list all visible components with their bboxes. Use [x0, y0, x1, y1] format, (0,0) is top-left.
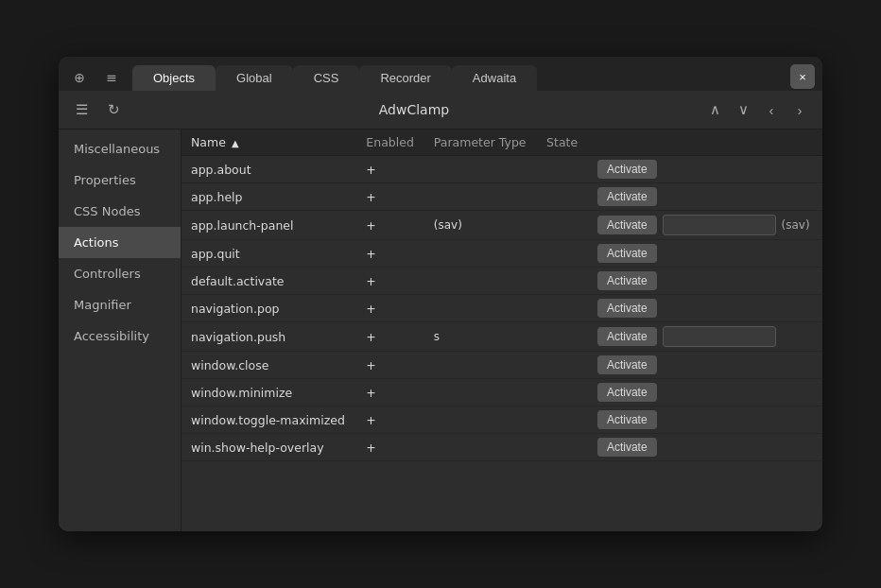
menu-button[interactable]: ☰: [68, 96, 95, 123]
cell-action: Activate: [588, 434, 822, 460]
cell-name: app.help: [181, 183, 356, 211]
activate-button[interactable]: Activate: [597, 187, 657, 206]
table-row: win.show-help-overlay+Activate: [181, 434, 822, 461]
cell-enabled: +: [356, 295, 423, 322]
toolbar-nav: ∧ ∨ ‹ ›: [701, 96, 813, 123]
cell-enabled: +: [356, 434, 423, 461]
cell-state: [537, 322, 588, 352]
table-row: app.quit+Activate: [181, 240, 822, 268]
tab-css[interactable]: CSS: [293, 65, 360, 91]
cell-name: window.toggle-maximized: [181, 406, 356, 434]
cell-parameter-type: [424, 156, 537, 183]
sidebar-item-css-nodes[interactable]: CSS Nodes: [59, 196, 181, 227]
activate-button[interactable]: Activate: [597, 244, 657, 263]
table-row: navigation.pop+Activate: [181, 295, 822, 322]
activate-button[interactable]: Activate: [597, 438, 657, 457]
cell-enabled: +: [356, 379, 423, 406]
cell-enabled: +: [356, 183, 423, 211]
cell-enabled: +: [356, 156, 423, 183]
cell-name: navigation.pop: [181, 295, 356, 322]
cell-state: [537, 406, 588, 434]
down-button[interactable]: ∨: [730, 96, 756, 123]
tab-global[interactable]: Global: [216, 65, 293, 91]
cell-enabled: +: [356, 352, 423, 379]
cell-parameter-type: [424, 183, 537, 211]
cell-name: navigation.push: [181, 322, 356, 352]
cell-action: Activate: [588, 322, 822, 351]
window-title: AdwClamp: [132, 102, 696, 117]
refresh-button[interactable]: ↻: [100, 96, 127, 123]
cell-enabled: +: [356, 322, 423, 352]
activate-button[interactable]: Activate: [597, 327, 657, 346]
cell-name: window.close: [181, 352, 356, 379]
cell-state: [537, 268, 588, 295]
content-area: Name ▲ Enabled Parameter Type State app.…: [181, 130, 822, 531]
cell-state: [537, 352, 588, 379]
close-button[interactable]: ×: [790, 64, 815, 89]
main-content: Miscellaneous Properties CSS Nodes Actio…: [59, 130, 822, 531]
cell-name: app.quit: [181, 240, 356, 268]
sidebar-item-properties[interactable]: Properties: [59, 164, 181, 196]
sidebar-item-controllers[interactable]: Controllers: [59, 258, 181, 289]
activate-button[interactable]: Activate: [597, 383, 657, 402]
activate-button[interactable]: Activate: [597, 160, 657, 179]
cell-parameter-type: [424, 240, 537, 268]
sidebar-item-actions[interactable]: Actions: [59, 227, 181, 258]
activate-button[interactable]: Activate: [597, 271, 657, 290]
cell-parameter-type: [424, 434, 537, 461]
parameter-input[interactable]: [663, 215, 776, 235]
col-parameter-type[interactable]: Parameter Type: [424, 130, 537, 156]
sidebar-item-miscellaneous[interactable]: Miscellaneous: [59, 133, 181, 164]
tab-objects[interactable]: Objects: [132, 65, 216, 91]
col-enabled[interactable]: Enabled: [356, 130, 423, 156]
cell-parameter-type: (sav): [424, 211, 537, 240]
table-row: window.minimize+Activate: [181, 379, 822, 406]
sidebar-item-accessibility[interactable]: Accessibility: [59, 320, 181, 352]
up-button[interactable]: ∧: [701, 96, 728, 123]
table-header-row: Name ▲ Enabled Parameter Type State: [181, 130, 822, 156]
cell-parameter-type: [424, 379, 537, 406]
list-icon[interactable]: ≡: [98, 64, 125, 91]
col-name[interactable]: Name ▲: [181, 130, 356, 156]
target-icon[interactable]: ⊕: [66, 64, 93, 91]
table-row: window.close+Activate: [181, 352, 822, 379]
table-row: app.about+Activate: [181, 156, 822, 183]
activate-button[interactable]: Activate: [597, 299, 657, 318]
sidebar-item-magnifier[interactable]: Magnifier: [59, 289, 181, 320]
forward-button[interactable]: ›: [786, 96, 813, 123]
table-row: navigation.push+sActivate: [181, 322, 822, 352]
table-row: app.help+Activate: [181, 183, 822, 211]
cell-name: win.show-help-overlay: [181, 434, 356, 461]
cell-parameter-type: [424, 352, 537, 379]
activate-button[interactable]: Activate: [597, 216, 657, 234]
activate-button[interactable]: Activate: [597, 355, 657, 374]
input-extra-label: (sav): [782, 218, 810, 232]
cell-enabled: +: [356, 406, 423, 434]
tab-adwaita[interactable]: Adwaita: [452, 65, 537, 91]
sort-arrow: ▲: [232, 138, 239, 148]
tab-bar: ⊕ ≡ Objects Global CSS Recorder Adwaita …: [59, 57, 822, 91]
table-row: window.toggle-maximized+Activate: [181, 406, 822, 434]
cell-enabled: +: [356, 240, 423, 268]
activate-button[interactable]: Activate: [597, 410, 657, 429]
table-row: app.launch-panel+(sav)Activate(sav): [181, 211, 822, 240]
cell-action: Activate: [588, 156, 822, 182]
cell-enabled: +: [356, 268, 423, 295]
sidebar: Miscellaneous Properties CSS Nodes Actio…: [59, 130, 181, 531]
cell-state: [537, 211, 588, 240]
actions-table: Name ▲ Enabled Parameter Type State app.…: [181, 130, 822, 461]
tab-recorder[interactable]: Recorder: [359, 65, 451, 91]
parameter-input[interactable]: [663, 326, 776, 347]
cell-action: Activate: [588, 240, 822, 267]
table-row: default.activate+Activate: [181, 268, 822, 295]
cell-action: Activate: [588, 183, 822, 210]
cell-enabled: +: [356, 211, 423, 240]
back-button[interactable]: ‹: [758, 96, 785, 123]
cell-name: default.activate: [181, 268, 356, 295]
main-window: ⊕ ≡ Objects Global CSS Recorder Adwaita …: [59, 57, 822, 531]
tab-bar-icons: ⊕ ≡: [66, 64, 125, 91]
cell-action: Activate(sav): [588, 211, 822, 239]
cell-state: [537, 240, 588, 268]
col-state[interactable]: State: [537, 130, 588, 156]
cell-name: window.minimize: [181, 379, 356, 406]
